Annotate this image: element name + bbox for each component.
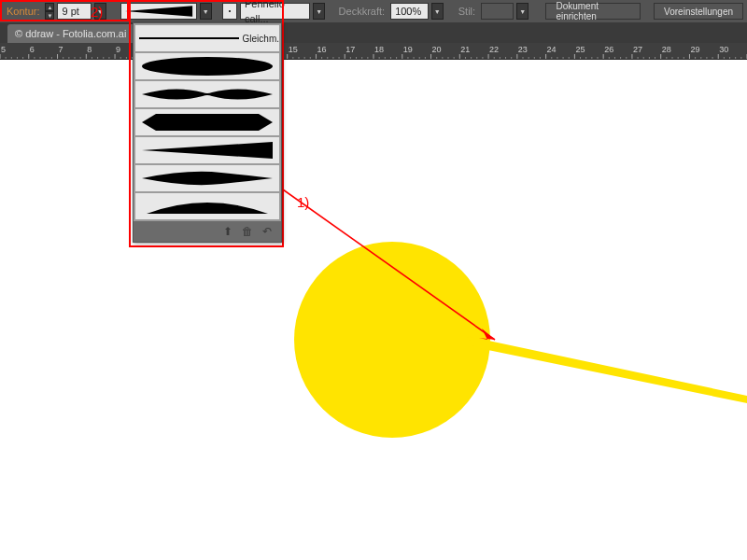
brush-profile-dropdown[interactable]: ▼ xyxy=(200,3,212,20)
svg-text:17: 17 xyxy=(345,45,355,54)
annotation-label-1: 1) xyxy=(297,194,309,210)
document-tab-bar: © ddraw - Fotolia.com.ai × xyxy=(0,22,747,43)
horizontal-ruler: 5678910111213141516171819202122232425262… xyxy=(0,43,747,60)
svg-text:7: 7 xyxy=(59,45,63,54)
document-tab-title: © ddraw - Fotolia.com.ai xyxy=(15,28,126,39)
svg-marker-164 xyxy=(142,114,273,131)
document-tab[interactable]: © ddraw - Fotolia.com.ai × xyxy=(7,24,148,43)
options-bar: Kontur: ▲ ▼ 9 pt ▼ ▼ Pennello call... ▼ … xyxy=(0,0,747,22)
svg-text:25: 25 xyxy=(575,45,585,54)
document-setup-button[interactable]: Dokument einrichten xyxy=(545,3,641,20)
svg-text:27: 27 xyxy=(633,45,642,54)
brush-name-field[interactable]: Pennello call... xyxy=(240,3,310,20)
svg-text:22: 22 xyxy=(489,45,499,54)
svg-text:19: 19 xyxy=(403,45,413,54)
svg-text:21: 21 xyxy=(460,45,470,54)
brush-name-dropdown[interactable]: ▼ xyxy=(313,3,325,20)
ruler-ticks: 5678910111213141516171819202122232425262… xyxy=(0,43,747,60)
preferences-button[interactable]: Voreinstellungen xyxy=(654,3,743,20)
svg-text:23: 23 xyxy=(518,45,528,54)
svg-text:9: 9 xyxy=(116,45,120,54)
hex-brush-icon xyxy=(137,111,277,133)
brush-option-uniform[interactable]: Gleichm. xyxy=(135,25,279,51)
teardrop-brush-icon xyxy=(137,167,277,189)
brush-panel-footer: ⬆ 🗑 ↶ xyxy=(134,221,281,242)
opacity-label: Deckkraft: xyxy=(336,6,388,17)
opacity-field[interactable]: 100% xyxy=(390,3,428,20)
brush-profile-panel[interactable]: Gleichm. ⬆ 🗑 ↶ xyxy=(133,22,282,243)
brush-option-wedge[interactable] xyxy=(135,137,279,163)
svg-text:26: 26 xyxy=(604,45,613,54)
svg-text:29: 29 xyxy=(690,45,699,54)
sun-circle xyxy=(294,242,490,438)
uniform-line-icon xyxy=(139,37,239,39)
brush-option-hex[interactable] xyxy=(135,109,279,135)
svg-text:24: 24 xyxy=(547,45,557,54)
brush-option-ellipse[interactable] xyxy=(135,53,279,79)
svg-text:5: 5 xyxy=(1,45,6,54)
pinch-brush-icon xyxy=(137,83,277,105)
svg-marker-0 xyxy=(124,6,191,16)
triangle-brush-icon xyxy=(123,4,194,19)
halfdome-brush-icon xyxy=(137,195,277,217)
opacity-dropdown[interactable]: ▼ xyxy=(431,3,444,20)
artwork xyxy=(0,60,747,560)
brush-option-label: Gleichm. xyxy=(243,34,279,44)
svg-marker-165 xyxy=(142,142,273,159)
delete-brush-icon[interactable]: 🗑 xyxy=(242,225,253,238)
svg-text:30: 30 xyxy=(719,45,728,54)
canvas[interactable] xyxy=(0,60,747,560)
brush-option-teardrop[interactable] xyxy=(135,165,279,191)
brush-definition-swatch[interactable] xyxy=(222,3,237,20)
svg-text:20: 20 xyxy=(432,45,442,54)
svg-text:16: 16 xyxy=(317,45,326,54)
brush-profile-preview[interactable] xyxy=(120,3,197,20)
stroke-weight-field[interactable]: 9 pt xyxy=(57,3,91,20)
wedge-brush-icon xyxy=(137,139,277,161)
ellipse-brush-icon xyxy=(137,55,277,77)
annotation-label-2: 2) xyxy=(91,4,103,20)
style-label: Stil: xyxy=(456,6,478,17)
svg-text:8: 8 xyxy=(87,45,92,54)
sun-ray xyxy=(467,336,747,403)
brush-option-pinch[interactable] xyxy=(135,81,279,107)
stepper-up-icon[interactable]: ▲ xyxy=(45,3,54,11)
brush-option-halfdome[interactable] xyxy=(135,193,279,219)
svg-text:6: 6 xyxy=(30,45,35,54)
svg-text:28: 28 xyxy=(662,45,671,54)
style-dropdown[interactable]: ▼ xyxy=(516,3,529,20)
reset-brush-icon[interactable]: ↶ xyxy=(262,225,272,238)
svg-text:18: 18 xyxy=(374,45,384,54)
svg-point-163 xyxy=(142,57,273,76)
style-field[interactable] xyxy=(481,3,514,20)
save-brush-icon[interactable]: ⬆ xyxy=(223,225,233,238)
svg-text:15: 15 xyxy=(289,45,298,54)
kontur-label: Kontur: xyxy=(4,6,42,17)
stroke-stepper[interactable]: ▲ ▼ xyxy=(45,3,54,20)
stepper-down-icon[interactable]: ▼ xyxy=(45,11,54,20)
dot-icon xyxy=(229,10,231,12)
